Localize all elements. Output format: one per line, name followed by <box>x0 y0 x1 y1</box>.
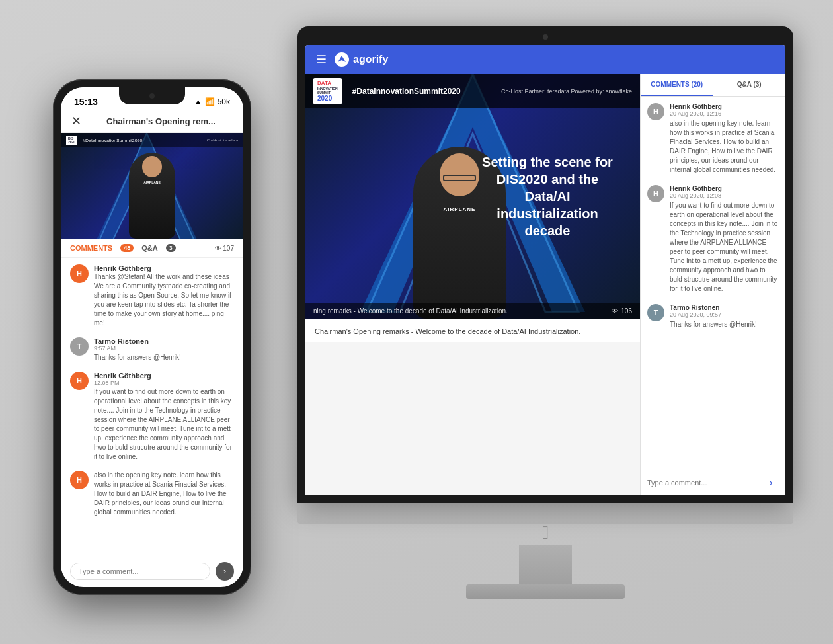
desktop-main-area: DATA INNOVATIONSUMMIT 2020 #DataInnovati… <box>305 74 640 495</box>
video-caption: ning remarks - Welcome to the decade of … <box>313 307 508 315</box>
presenter-head <box>440 153 479 196</box>
agorify-logo-icon <box>335 52 349 67</box>
session-title-desktop: Chairman's Opening remarks - Welcome to … <box>315 327 580 335</box>
phone-partners: Co-Host: teradata <box>207 138 238 142</box>
phone-comments-list: H Henrik Göthberg Thanks @Stefan! All th… <box>61 258 243 555</box>
video-partners-text: Co-Host Partner: teradata Powered by: sn… <box>501 88 632 95</box>
phone-qa-badge: 3 <box>166 244 176 252</box>
phone-presenter-body: AIRPLANE <box>129 153 175 239</box>
phone-comment-item: H Henrik Göthberg 12:08 PM If you want t… <box>70 372 234 462</box>
hamburger-icon[interactable]: ☰ <box>316 52 327 67</box>
comment-date-1: 20 Aug 2020, 12:16 <box>670 110 779 117</box>
camera-dot <box>149 93 155 99</box>
desktop-app: ☰ agorify <box>305 45 785 495</box>
comment-avatar-1: H <box>647 103 664 120</box>
wifi-icon: 📶 <box>205 97 215 106</box>
comment-date-2: 20 Aug 2020, 12:08 <box>670 192 779 199</box>
phone-video-preview: DIS2020 #DataInnovationSummit2020 Co-Hos… <box>61 133 243 239</box>
phone-outer-shell: 15:13 ▲ 📶 50k ✕ Chairman's Opening rem..… <box>53 79 251 595</box>
phone-hashtag: #DataInnovationSummit2020 <box>83 138 142 143</box>
video-container: DATA INNOVATIONSUMMIT 2020 #DataInnovati… <box>305 74 640 319</box>
phone-close-button[interactable]: ✕ <box>71 114 81 128</box>
comment-author-1: Henrik Göthberg <box>670 103 779 110</box>
phone-presenter-shirt: AIRPLANE <box>143 181 161 184</box>
imac-stand:  <box>466 524 625 599</box>
phone-comments-tab-label[interactable]: COMMENTS <box>70 244 112 252</box>
comment-avatar-3: T <box>647 304 664 321</box>
phone-presenter-figure: AIRPLANE <box>129 153 175 239</box>
phone-presenter-head <box>142 156 162 177</box>
views-number: 106 <box>621 307 632 315</box>
phone-comment-author-3: Henrik Göthberg <box>94 372 234 380</box>
phone-comment-text-4: also in the opening key note. learn how … <box>94 471 234 517</box>
phone-qa-tab[interactable]: Q&A <box>141 244 157 252</box>
presenter-shirt-text: AIRPLANE <box>444 206 476 212</box>
phone-comments-badge: 48 <box>120 244 134 252</box>
imac-chin <box>298 503 793 524</box>
phone-comment-author-2: Tarmo Ristonen <box>94 337 234 345</box>
phone-comment-item: H also in the opening key note. learn ho… <box>70 471 234 517</box>
video-overlay-text: Setting the scene for DIS2020 and the Da… <box>475 153 620 239</box>
video-below-bar: Chairman's Opening remarks - Welcome to … <box>305 319 640 342</box>
comment-text-3: Thanks for answers @Henrik! <box>670 320 779 329</box>
comment-body-1: Henrik Göthberg 20 Aug 2020, 12:16 also … <box>670 103 779 175</box>
qa-tab[interactable]: Q&A (3) <box>713 74 786 96</box>
phone-send-button[interactable]: › <box>216 562 234 581</box>
desktop-send-button[interactable]: › <box>763 475 779 491</box>
comment-item: H Henrik Göthberg 20 Aug 2020, 12:08 If … <box>647 185 779 294</box>
presenter-glasses <box>443 175 476 181</box>
comment-author-2: Henrik Göthberg <box>670 185 779 192</box>
agorify-logo-svg <box>337 54 347 65</box>
imac-neck <box>519 545 572 584</box>
imac-screen-border: ☰ agorify <box>298 26 793 503</box>
phone-comment-item: H Henrik Göthberg Thanks @Stefan! All th… <box>70 264 234 328</box>
phone-comment-body-1: Henrik Göthberg Thanks @Stefan! All the … <box>94 264 234 328</box>
battery-text: 50k <box>218 97 230 106</box>
agorify-logo: agorify <box>335 52 388 67</box>
phone-comment-body-4: also in the opening key note. learn how … <box>94 471 234 517</box>
comment-body-3: Tarmo Ristonen 20 Aug 2020, 09:57 Thanks… <box>670 304 779 329</box>
phone-notch <box>119 87 185 104</box>
agorify-logo-text: agorify <box>353 54 388 65</box>
signal-icon: ▲ <box>194 97 202 106</box>
comments-list: H Henrik Göthberg 20 Aug 2020, 12:16 als… <box>641 97 785 469</box>
comments-tab[interactable]: COMMENTS (20) <box>641 74 713 96</box>
phone-input-area: › <box>61 555 243 587</box>
phone-views-count: 👁 107 <box>215 245 234 252</box>
event-logo-badge: DATA INNOVATIONSUMMIT 2020 <box>313 78 342 104</box>
comment-avatar-2: H <box>647 185 664 202</box>
video-footer: ning remarks - Welcome to the decade of … <box>305 303 640 319</box>
phone-comment-text-3: If you want to find out more down to ear… <box>94 387 234 462</box>
phone-comment-time-2: 9:57 AM <box>94 345 234 352</box>
comment-date-3: 20 Aug 2020, 09:57 <box>670 311 779 318</box>
desktop-comment-input[interactable] <box>647 479 759 487</box>
comment-text-2: If you want to find out more down to ear… <box>670 201 779 294</box>
phone-comment-item: T Tarmo Ristonen 9:57 AM Thanks for answ… <box>70 337 234 362</box>
phone-comment-input[interactable] <box>70 563 210 580</box>
video-hashtag: #DataInnovationSummit2020 <box>352 87 461 96</box>
phone-status-icons: ▲ 📶 50k <box>194 97 230 106</box>
phone-time: 15:13 <box>74 97 98 107</box>
phone-video-header-bar: DIS2020 #DataInnovationSummit2020 Co-Hos… <box>61 133 243 147</box>
imac-screen: ☰ agorify <box>305 45 785 495</box>
phone-comment-text-1: Thanks @Stefan! All the work and these i… <box>94 272 234 328</box>
phone-comment-avatar-3: H <box>70 372 89 390</box>
phone-comment-avatar-1: H <box>70 264 89 283</box>
comment-input-area: › <box>641 469 785 495</box>
phone-device: 15:13 ▲ 📶 50k ✕ Chairman's Opening rem..… <box>53 79 251 595</box>
comments-tabs: COMMENTS (20) Q&A (3) <box>641 74 785 97</box>
phone-comment-author-1: Henrik Göthberg <box>94 264 234 272</box>
desktop-content: DATA INNOVATIONSUMMIT 2020 #DataInnovati… <box>305 74 785 495</box>
phone-comment-body-2: Tarmo Ristonen 9:57 AM Thanks for answer… <box>94 337 234 362</box>
phone-comment-avatar-2: T <box>70 337 89 356</box>
phone-comment-body-3: Henrik Göthberg 12:08 PM If you want to … <box>94 372 234 462</box>
apple-logo-icon:  <box>466 524 625 542</box>
phone-header: ✕ Chairman's Opening rem... <box>61 110 243 133</box>
phone-comments-section: COMMENTS 48 Q&A 3 👁 107 H Henrik Göthber… <box>61 239 243 587</box>
comment-author-3: Tarmo Ristonen <box>670 304 779 311</box>
imac-base <box>466 584 625 599</box>
phone-event-logo: DIS2020 <box>66 136 77 145</box>
phone-session-title: Chairman's Opening rem... <box>89 116 233 126</box>
imac-camera <box>543 34 548 40</box>
comment-body-2: Henrik Göthberg 20 Aug 2020, 12:08 If yo… <box>670 185 779 294</box>
